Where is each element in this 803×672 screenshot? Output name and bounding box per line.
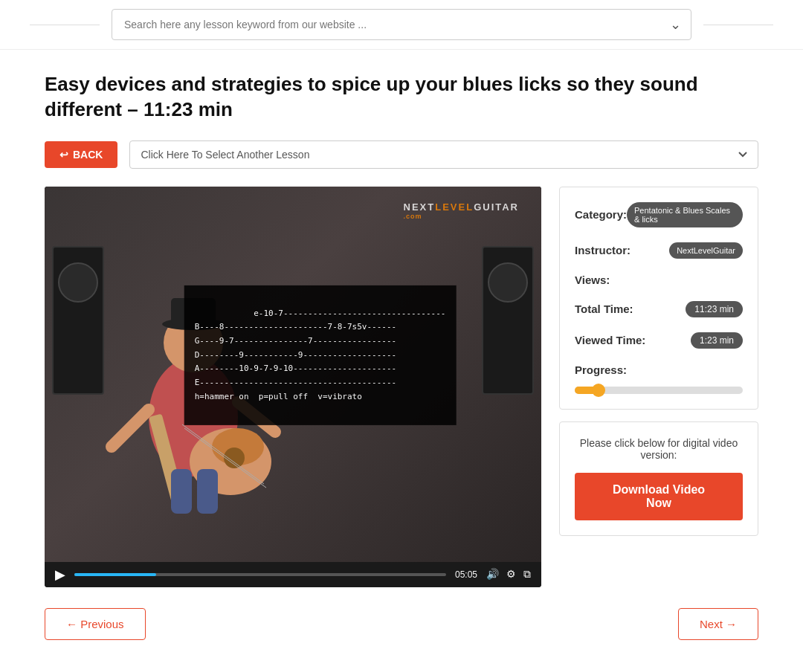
instructor-badge: NextLevelGuitar: [669, 242, 743, 259]
back-button-label: BACK: [73, 149, 103, 161]
progress-row: Progress:: [575, 364, 743, 394]
video-inner: e-10-7--------------------------------- …: [45, 187, 541, 562]
progress-section: [575, 387, 743, 394]
controls-row: ↩ BACK Click Here To Select Another Less…: [45, 140, 758, 169]
video-scene: e-10-7--------------------------------- …: [45, 187, 541, 562]
download-card: Please click below for digital video ver…: [559, 421, 758, 536]
svg-point-9: [224, 448, 245, 468]
progress-label: Progress:: [575, 364, 627, 376]
download-description: Please click below for digital video ver…: [575, 437, 743, 461]
volume-icon[interactable]: 🔊: [486, 568, 499, 581]
video-controls: ▶ 05:05 🔊 ⚙ ⧉: [45, 562, 541, 587]
views-label: Views:: [575, 274, 610, 286]
previous-button[interactable]: ← Previous: [45, 608, 146, 640]
instructor-label: Instructor:: [575, 244, 631, 256]
top-line-right: [703, 25, 773, 25]
next-button[interactable]: Next →: [678, 608, 758, 640]
video-timestamp: 05:05: [455, 569, 477, 580]
category-label: Category:: [575, 208, 627, 221]
search-input[interactable]: [112, 9, 691, 40]
info-panel: Category: Pentatonic & Blues Scales & li…: [559, 187, 758, 536]
tab-overlay: e-10-7--------------------------------- …: [184, 285, 457, 425]
main-area: e-10-7--------------------------------- …: [45, 187, 758, 587]
svg-line-4: [112, 410, 149, 447]
logo-top: NEXTLEVELGUITAR: [404, 201, 519, 213]
top-bar: ⌄: [0, 0, 803, 50]
search-container: ⌄: [112, 9, 691, 40]
logo-overlay: NEXTLEVELGUITAR .com: [404, 201, 519, 220]
viewed-time-badge: 1:23 min: [691, 332, 743, 349]
total-time-label: Total Time:: [575, 303, 633, 315]
viewed-time-label: Viewed Time:: [575, 334, 645, 346]
category-badge: Pentatonic & Blues Scales & licks: [627, 202, 743, 227]
nav-row: ← Previous Next →: [45, 608, 758, 640]
total-time-row: Total Time: 11:23 min: [575, 301, 743, 317]
info-card: Category: Pentatonic & Blues Scales & li…: [559, 187, 758, 410]
category-row: Category: Pentatonic & Blues Scales & li…: [575, 202, 743, 227]
viewed-time-row: Viewed Time: 1:23 min: [575, 332, 743, 349]
svg-rect-12: [171, 469, 192, 514]
lesson-select[interactable]: Click Here To Select Another Lesson: [129, 140, 758, 169]
video-progress-bar[interactable]: [74, 573, 446, 576]
instructor-row: Instructor: NextLevelGuitar: [575, 242, 743, 259]
page-content: Easy devices and strategies to spice up …: [0, 50, 803, 670]
top-line-left: [30, 25, 100, 25]
fullscreen-icon[interactable]: ⧉: [523, 568, 531, 581]
progress-thumb: [592, 384, 605, 397]
download-button[interactable]: Download Video Now: [575, 473, 743, 520]
back-button[interactable]: ↩ BACK: [45, 141, 117, 168]
svg-rect-13: [197, 469, 218, 514]
video-progress-fill: [74, 573, 156, 576]
tab-content: e-10-7--------------------------------- …: [195, 308, 446, 401]
speaker-right: [482, 246, 534, 395]
views-row: Views:: [575, 274, 743, 286]
total-time-badge: 11:23 min: [686, 301, 743, 317]
logo-sub: .com: [404, 213, 519, 220]
settings-icon[interactable]: ⚙: [506, 568, 516, 581]
video-ctrl-icons: 🔊 ⚙ ⧉: [486, 568, 531, 581]
back-arrow-icon: ↩: [59, 149, 68, 161]
page-title: Easy devices and strategies to spice up …: [45, 72, 758, 123]
play-button[interactable]: ▶: [55, 568, 65, 581]
video-player: e-10-7--------------------------------- …: [45, 187, 541, 587]
progress-track[interactable]: [575, 387, 743, 394]
